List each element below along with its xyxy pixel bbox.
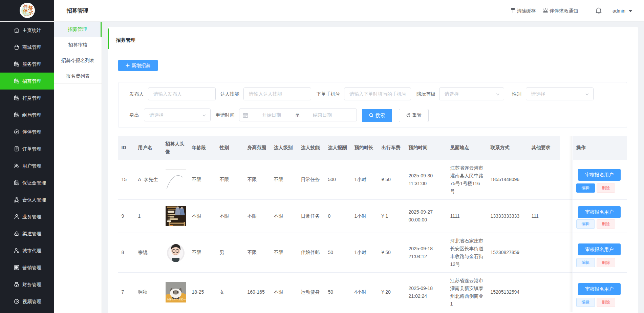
- svg-text:Ban Ban: Ban Ban: [24, 14, 29, 16]
- svg-text:你这个操作 震把easy: 你这个操作 震把easy: [167, 298, 186, 301]
- svg-text:伴: 伴: [23, 4, 28, 9]
- svg-text:伴: 伴: [23, 9, 28, 14]
